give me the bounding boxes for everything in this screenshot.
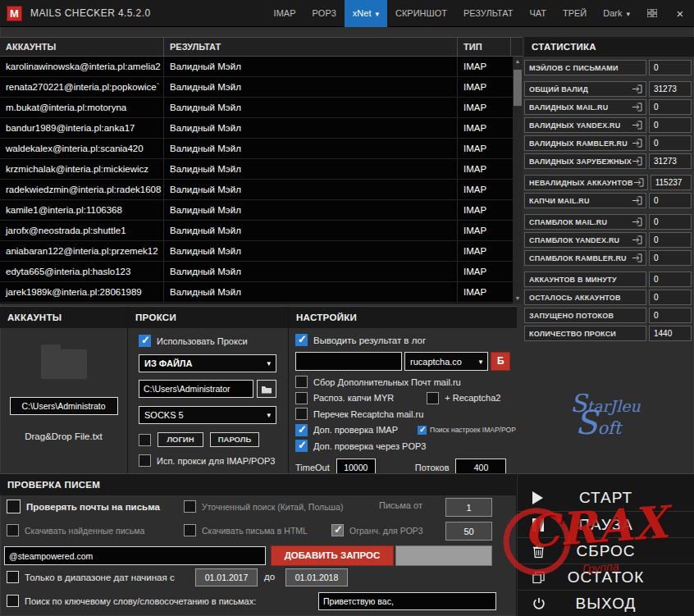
table-row[interactable]: karolinawinowska@interia.pl:amelia2 Вали…	[0, 57, 513, 77]
download-html-checkbox[interactable]	[184, 524, 196, 536]
date-from-input[interactable]	[195, 568, 258, 586]
chevron-down-icon: ▾	[267, 359, 271, 367]
table-row[interactable]: krzmichalak@interia.pl:mickiewicz Валидн…	[0, 159, 513, 180]
proxy-login-button[interactable]: ЛОГИН	[158, 432, 203, 447]
dragdrop-hint: Drag&Drop File.txt	[0, 431, 127, 441]
table-row[interactable]: jarofx@neostrada.pl:shuttle1 Валидный Мэ…	[0, 221, 513, 241]
browse-folder-button[interactable]	[257, 380, 276, 398]
pop3-limit-label: Огранч. для POP3	[349, 526, 423, 536]
menu-result[interactable]: РЕЗУЛЬТАТ	[455, 0, 521, 27]
table-row[interactable]: waldekalex@interia.pl:scania420 Валидный…	[0, 139, 513, 159]
export-icon[interactable]	[632, 253, 642, 262]
export-icon[interactable]	[632, 196, 642, 205]
collect-mail-checkbox[interactable]	[295, 376, 308, 388]
table-row[interactable]: renata270221@interia.pl:popkowice` Валид…	[0, 77, 513, 98]
table-row[interactable]: radekwiedzmin@interia.pl:radek1608 Валид…	[0, 180, 513, 200]
titlebar: M MAILS CHECKER 4.5.2.0 IMAP POP3 xNet▾ …	[0, 0, 694, 27]
export-icon[interactable]	[632, 157, 642, 166]
proxy-for-imap-checkbox[interactable]	[139, 454, 151, 467]
myr-captcha-label: Распоз. капчи MYR	[313, 393, 394, 403]
column-header-result[interactable]: РЕЗУЛЬТАТ	[164, 38, 458, 56]
table-row[interactable]: jarek1989k@interia.pl:28061989 Валидный …	[0, 282, 513, 303]
proxy-auth-checkbox[interactable]	[139, 434, 151, 446]
close-button[interactable]: ×	[666, 0, 694, 27]
proxy-file-input[interactable]	[139, 380, 253, 398]
proxy-for-imap-label: Исп. прокси для IMAP/POP3	[157, 456, 275, 466]
scrollbar-up-icon[interactable]: ▲	[513, 57, 523, 66]
export-icon[interactable]	[632, 217, 642, 226]
exit-button[interactable]: ВЫХОД	[518, 590, 694, 616]
type-cell: IMAP	[458, 200, 511, 220]
keyword-input[interactable]	[318, 592, 496, 610]
type-cell: IMAP	[458, 98, 511, 117]
stat-value: 0	[649, 250, 692, 266]
pop3-limit-checkbox[interactable]	[331, 524, 344, 536]
stat-value: 0	[649, 193, 692, 208]
menu-chat[interactable]: ЧАТ	[521, 0, 555, 27]
menu-xnet-dropdown[interactable]: xNet▾	[345, 0, 387, 27]
accounts-path-button[interactable]: C:\Users\Administrato	[10, 397, 118, 415]
type-cell: IMAP	[458, 282, 511, 302]
table-row[interactable]: aniabaran122@interia.pl:przemek12 Валидн…	[0, 241, 513, 262]
export-icon[interactable]	[632, 103, 642, 112]
table-row[interactable]: edyta665@interia.pl:haslo123 Валидный Мэ…	[0, 262, 513, 282]
stat-label: СПАМБЛОК MAIL.RU	[529, 218, 607, 226]
table-row[interactable]: m.bukat@interia.pl:motoryna Валидный Мэй…	[0, 98, 513, 118]
result-cell: Валидный Мэйл	[164, 57, 458, 76]
export-icon[interactable]	[632, 235, 642, 244]
reset-button[interactable]: СБРОС	[518, 537, 694, 564]
log-output-checkbox[interactable]	[295, 334, 308, 346]
stat-label-box: АККАУНТОВ В МИНУТУ	[524, 271, 646, 287]
scrollbar-down-icon[interactable]: ▼	[513, 294, 523, 303]
pause-button[interactable]: ПАУЗА	[518, 511, 694, 537]
export-icon[interactable]	[632, 121, 642, 130]
menu-tray[interactable]: ТРЕЙ	[555, 0, 595, 27]
recheck-recaptcha-checkbox[interactable]	[295, 408, 308, 420]
pop3-limit-input[interactable]	[445, 522, 492, 541]
use-proxy-checkbox[interactable]	[139, 335, 151, 347]
letters-from-input[interactable]	[445, 498, 492, 517]
balance-button[interactable]: Б	[491, 352, 510, 371]
proxy-type-select[interactable]: SOCKS 5 ▾	[139, 406, 276, 424]
proxy-password-button[interactable]: ПАРОЛЬ	[210, 432, 259, 447]
proxy-source-select[interactable]: ИЗ ФАЙЛА ▾	[139, 354, 276, 372]
keyword-search-checkbox[interactable]	[7, 595, 19, 607]
titlebar-menu: IMAP POP3 xNet▾ СКРИНШОТ РЕЗУЛЬТАТ ЧАТ Т…	[266, 0, 694, 27]
date-range-checkbox[interactable]	[7, 571, 19, 583]
rest-button[interactable]: ОСТАТОК	[518, 564, 694, 590]
imap-check-checkbox[interactable]	[295, 424, 308, 436]
folder-icon[interactable]	[41, 349, 87, 379]
type-cell: IMAP	[458, 139, 511, 158]
settings-panel: НАСТРОЙКИ Выводить результат в лог rucap…	[288, 306, 517, 473]
table-row[interactable]: bandur1989@interia.pl:anka17 Валидный Мэ…	[0, 118, 513, 139]
query-input[interactable]	[4, 546, 266, 565]
menu-imap[interactable]: IMAP	[266, 0, 304, 27]
export-icon[interactable]	[632, 139, 642, 148]
menu-screenshot[interactable]: СКРИНШОТ	[387, 0, 455, 27]
menu-pop3[interactable]: POP3	[304, 0, 345, 27]
date-to-input[interactable]	[285, 568, 348, 586]
timeout-label: TimeOut	[295, 463, 330, 472]
recaptcha2-checkbox[interactable]	[427, 392, 439, 404]
scrollbar-thumb[interactable]	[514, 70, 522, 106]
refined-search-checkbox[interactable]	[184, 500, 196, 513]
table-scrollbar[interactable]: ▲ ▼	[513, 57, 523, 303]
export-icon[interactable]	[633, 178, 644, 187]
download-letters-checkbox[interactable]	[7, 524, 19, 536]
captcha-key-input[interactable]	[295, 352, 402, 371]
column-header-accounts[interactable]: АККАУНТЫ	[0, 38, 164, 56]
captcha-service-select[interactable]: rucaptcha.co ▾	[404, 352, 488, 371]
imap-settings-search-checkbox[interactable]	[418, 426, 427, 435]
export-icon[interactable]	[632, 84, 642, 94]
column-header-type[interactable]: ТИП	[458, 38, 511, 56]
minimize-button[interactable]	[638, 0, 666, 27]
add-query-button[interactable]: ДОБАВИТЬ ЗАПРОС	[271, 545, 394, 566]
theme-select[interactable]: Dark▾	[595, 0, 638, 27]
check-letters-checkbox[interactable]	[7, 500, 21, 513]
pop3-check-checkbox[interactable]	[295, 440, 308, 452]
start-button[interactable]: СТАРТ	[518, 485, 694, 511]
myr-captcha-checkbox[interactable]	[295, 392, 308, 404]
table-row[interactable]: kamile1@interia.pl:1106368 Валидный Мэйл…	[0, 200, 513, 221]
accounts-panel-title: АККАУНТЫ	[0, 307, 127, 328]
accounts-panel: АККАУНТЫ C:\Users\Administrato Drag&Drop…	[0, 306, 127, 473]
